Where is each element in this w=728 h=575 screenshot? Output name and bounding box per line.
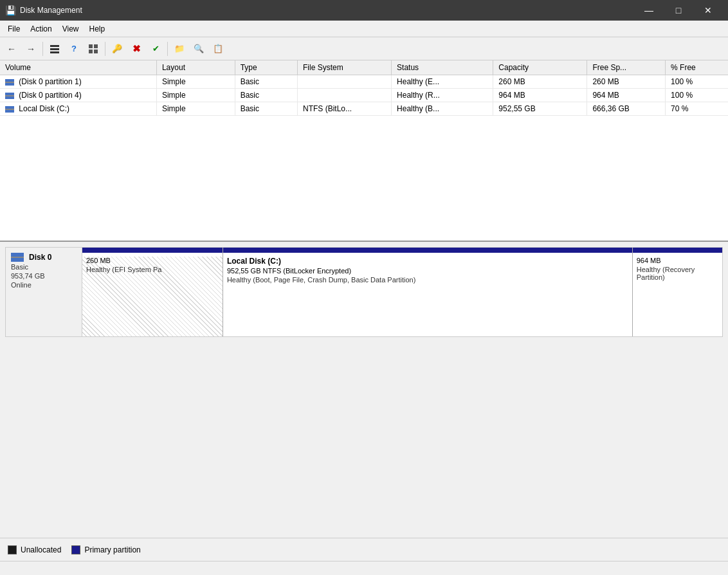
empty-space [0, 358, 728, 538]
app-icon: 💾 [5, 5, 16, 15]
col-filesystem[interactable]: File System [298, 60, 392, 75]
disk-row: Disk 0 Basic 953,74 GB Online 260 MB Hea… [5, 247, 723, 337]
menu-view[interactable]: View [57, 23, 84, 35]
cell-layout: Simple [156, 75, 235, 89]
table-header-row: Volume Layout Type File System Status Ca… [0, 60, 728, 75]
details-button[interactable] [84, 40, 102, 58]
disk-visualization-area: Disk 0 Basic 953,74 GB Online 260 MB Hea… [0, 242, 728, 358]
cell-freespace: 666,36 GB [587, 102, 666, 116]
legend-primary: Primary partition [71, 545, 140, 554]
volume-table: Volume Layout Type File System Status Ca… [0, 60, 728, 116]
forward-button[interactable]: → [22, 40, 40, 58]
col-volume[interactable]: Volume [0, 60, 156, 75]
cell-filesystem [298, 89, 392, 102]
partition-recovery[interactable]: 964 MB Healthy (Recovery Partition) [633, 248, 722, 336]
cell-type: Basic [235, 75, 297, 89]
cell-status: Healthy (R... [392, 89, 493, 102]
list-button[interactable] [46, 40, 64, 58]
svg-rect-3 [89, 44, 93, 48]
back-button[interactable]: ← [3, 40, 21, 58]
delete-button[interactable]: ✖ [127, 40, 145, 58]
help-button[interactable]: ? [65, 40, 83, 58]
disk-size: 953,74 GB [11, 272, 77, 280]
cell-layout: Simple [156, 89, 235, 102]
properties-button[interactable]: 📋 [209, 40, 227, 58]
svg-rect-6 [94, 50, 98, 53]
col-status[interactable]: Status [392, 60, 493, 75]
cell-percentfree: 70 % [666, 102, 728, 116]
svg-rect-2 [50, 51, 59, 53]
menu-bar: File Action View Help [0, 21, 728, 37]
legend-box-primary [71, 545, 80, 554]
table-row[interactable]: Local Disk (C:) Simple Basic NTFS (BitLo… [0, 102, 728, 116]
cell-volume: (Disk 0 partition 4) [0, 89, 156, 102]
col-type[interactable]: Type [235, 60, 297, 75]
cell-percentfree: 100 % [666, 89, 728, 102]
cell-capacity: 952,55 GB [493, 102, 587, 116]
col-capacity[interactable]: Capacity [493, 60, 587, 75]
cell-freespace: 964 MB [587, 89, 666, 102]
title-bar: 💾 Disk Management — □ ✕ [0, 0, 728, 21]
svg-rect-5 [89, 50, 93, 53]
legend-label-unallocated: Unallocated [21, 545, 61, 554]
minimize-button[interactable]: — [634, 0, 664, 21]
legend-label-primary: Primary partition [84, 545, 140, 554]
toolbar-separator-3 [167, 42, 168, 56]
svg-rect-4 [94, 44, 98, 48]
partition-recovery-size: 964 MB [637, 257, 718, 264]
partition-header-efi [82, 248, 223, 253]
partition-efi[interactable]: 260 MB Healthy (EFI System Pa [82, 248, 223, 336]
menu-help[interactable]: Help [84, 23, 111, 35]
cell-filesystem [298, 75, 392, 89]
table-row[interactable]: (Disk 0 partition 1) Simple Basic Health… [0, 75, 728, 89]
disk-status: Online [11, 281, 77, 289]
check-button[interactable]: ✔ [147, 40, 165, 58]
svg-rect-0 [50, 45, 59, 47]
disk-type: Basic [11, 263, 77, 271]
col-freespace[interactable]: Free Sp... [587, 60, 666, 75]
toolbar-separator-1 [42, 42, 43, 56]
volume-icon [5, 106, 14, 113]
cell-volume: Local Disk (C:) [0, 102, 156, 116]
search-button[interactable]: 🔍 [190, 40, 208, 58]
cell-status: Healthy (B... [392, 102, 493, 116]
volume-icon [5, 93, 14, 99]
toolbar-separator-2 [105, 42, 105, 56]
volume-icon [5, 79, 14, 86]
partition-recovery-status: Healthy (Recovery Partition) [637, 266, 718, 281]
cell-percentfree: 100 % [666, 75, 728, 89]
cell-volume: (Disk 0 partition 1) [0, 75, 156, 89]
disk-name: Disk 0 [29, 253, 51, 262]
menu-action[interactable]: Action [25, 23, 57, 35]
window-controls: — □ ✕ [634, 0, 723, 21]
cell-capacity: 964 MB [493, 89, 587, 102]
partition-header-c [223, 248, 632, 253]
close-button[interactable]: ✕ [693, 0, 723, 21]
main-content: Volume Layout Type File System Status Ca… [0, 60, 728, 575]
cell-filesystem: NTFS (BitLo... [298, 102, 392, 116]
col-layout[interactable]: Layout [156, 60, 235, 75]
partition-c-name: Local Disk (C:) [227, 257, 628, 266]
cell-type: Basic [235, 102, 297, 116]
table-row[interactable]: (Disk 0 partition 4) Simple Basic Health… [0, 89, 728, 102]
disk-partitions: 260 MB Healthy (EFI System Pa Local Disk… [82, 247, 723, 337]
cell-layout: Simple [156, 102, 235, 116]
partition-header-recovery [633, 248, 722, 253]
title-bar-left: 💾 Disk Management [5, 5, 82, 15]
col-percentfree[interactable]: % Free [666, 60, 728, 75]
status-bar [0, 561, 728, 575]
cell-freespace: 260 MB [587, 75, 666, 89]
maximize-button[interactable]: □ [664, 0, 693, 21]
partition-efi-status: Healthy (EFI System Pa [86, 266, 219, 273]
map-drive-button[interactable]: 🔑 [108, 40, 126, 58]
svg-rect-1 [50, 48, 59, 50]
partition-c[interactable]: Local Disk (C:) 952,55 GB NTFS (BitLocke… [223, 248, 633, 336]
legend-area: Unallocated Primary partition [0, 538, 728, 561]
disk-label-name: Disk 0 [11, 253, 77, 262]
cell-capacity: 260 MB [493, 75, 587, 89]
partition-efi-size: 260 MB [86, 257, 219, 264]
window-title: Disk Management [20, 6, 82, 15]
menu-file[interactable]: File [3, 23, 25, 35]
legend-box-unallocated [8, 545, 17, 554]
folder-up-button[interactable]: 📁 [170, 40, 188, 58]
